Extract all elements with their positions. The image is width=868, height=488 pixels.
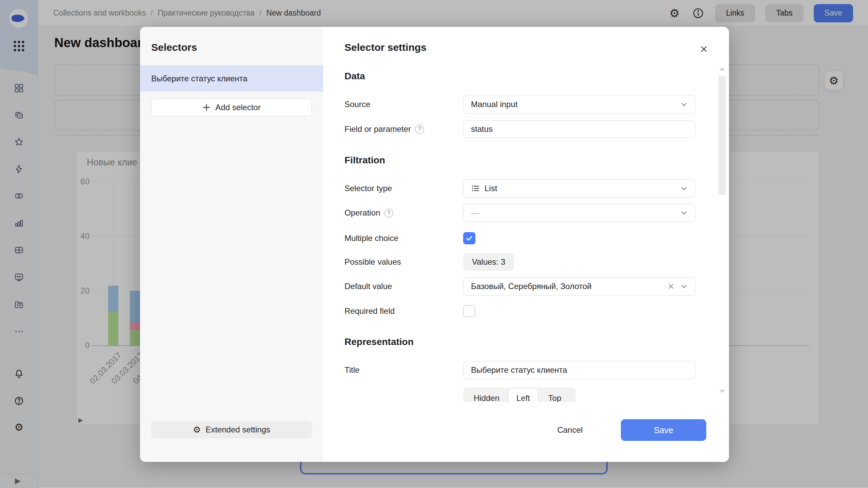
close-button[interactable] — [698, 43, 710, 55]
add-selector-button[interactable]: Add selector — [151, 99, 312, 116]
required-field-checkbox[interactable] — [463, 305, 475, 317]
source-value: Manual input — [471, 100, 517, 109]
title-label-text: Title — [344, 365, 359, 375]
operation-value: — — [471, 208, 479, 218]
check-icon — [465, 234, 474, 243]
source-label: Source — [344, 95, 461, 114]
field-or-parameter-input[interactable]: status — [463, 120, 695, 138]
section-representation: Representation — [344, 337, 414, 347]
selector-type-value: List — [485, 184, 497, 193]
multiple-choice-checkbox[interactable] — [463, 232, 475, 244]
required-field-label: Required field — [344, 305, 461, 317]
operation-select[interactable]: — — [463, 204, 695, 222]
close-icon — [699, 44, 709, 54]
extended-settings-label: Extended settings — [205, 425, 270, 434]
title-placement-left[interactable]: Left — [509, 389, 538, 402]
default-value-text: Базовый, Серебряный, Золотой — [471, 282, 592, 291]
possible-values-label: Possible values — [344, 253, 461, 271]
default-value-label: Default value — [344, 277, 461, 296]
selector-type-label: Selector type — [344, 179, 461, 198]
chevron-down-icon — [680, 101, 688, 108]
possible-values-chip[interactable]: Values: 3 — [463, 253, 514, 271]
source-label-text: Source — [344, 100, 370, 109]
selector-list-item[interactable]: Выберите статус клиента — [140, 65, 323, 92]
operation-label: Operation ? — [344, 204, 461, 222]
section-filtration: Filtration — [344, 155, 385, 166]
cancel-button[interactable]: Cancel — [550, 421, 590, 439]
selector-type-label-text: Selector type — [344, 184, 392, 193]
default-value-label-text: Default value — [344, 282, 392, 291]
chevron-down-icon — [680, 209, 688, 217]
selector-settings-dialog: Selectors Выберите статус клиента Add se… — [140, 27, 729, 462]
help-icon[interactable]: ? — [384, 208, 393, 218]
section-data: Data — [344, 71, 365, 82]
title-placement-top[interactable]: Top — [538, 389, 572, 402]
operation-label-text: Operation — [344, 208, 380, 218]
list-icon — [471, 184, 480, 193]
field-or-parameter-label-text: Field or parameter — [344, 124, 411, 134]
settings-pane: Selector settings Data Source Manual inp… — [323, 27, 729, 462]
title-value: Выберите статус клиента — [471, 365, 567, 375]
default-value-select[interactable]: Базовый, Серебряный, Золотой — [463, 277, 695, 296]
title-placement-segmented: Hidden Left Top — [463, 387, 576, 402]
multiple-choice-label-text: Multiple choice — [344, 233, 398, 243]
multiple-choice-label: Multiple choice — [344, 232, 461, 244]
clear-icon[interactable] — [667, 282, 675, 291]
scroll-down-arrow[interactable] — [719, 390, 725, 393]
source-select[interactable]: Manual input — [463, 95, 695, 114]
title-label: Title — [344, 361, 461, 379]
possible-values-label-text: Possible values — [344, 257, 401, 267]
extended-settings-button[interactable]: ⚙ Extended settings — [151, 421, 312, 439]
required-field-label-text: Required field — [344, 306, 395, 316]
selectors-panel: Selectors Выберите статус клиента Add se… — [140, 27, 323, 462]
dialog-title: Selector settings — [344, 42, 427, 53]
chevron-down-icon — [680, 185, 688, 192]
field-or-parameter-value: status — [471, 124, 493, 134]
add-selector-label: Add selector — [215, 103, 260, 112]
title-placement-clip: Hidden Left Top — [463, 387, 599, 402]
save-button[interactable]: Save — [621, 419, 706, 441]
help-icon[interactable]: ? — [415, 125, 424, 134]
scrollbar-thumb[interactable] — [718, 76, 726, 195]
selector-type-select[interactable]: List — [463, 179, 695, 198]
selectors-panel-title: Selectors — [151, 42, 197, 53]
field-or-parameter-label: Field or parameter ? — [344, 120, 461, 138]
title-placement-hidden[interactable]: Hidden — [465, 389, 509, 402]
screen: Collections and workbooks / Практические… — [0, 0, 868, 488]
plus-icon — [202, 103, 211, 111]
settings-icon: ⚙ — [193, 425, 201, 434]
chevron-down-icon — [680, 283, 688, 290]
scroll-up-arrow[interactable] — [719, 67, 725, 70]
title-input[interactable]: Выберите статус клиента — [463, 361, 695, 379]
